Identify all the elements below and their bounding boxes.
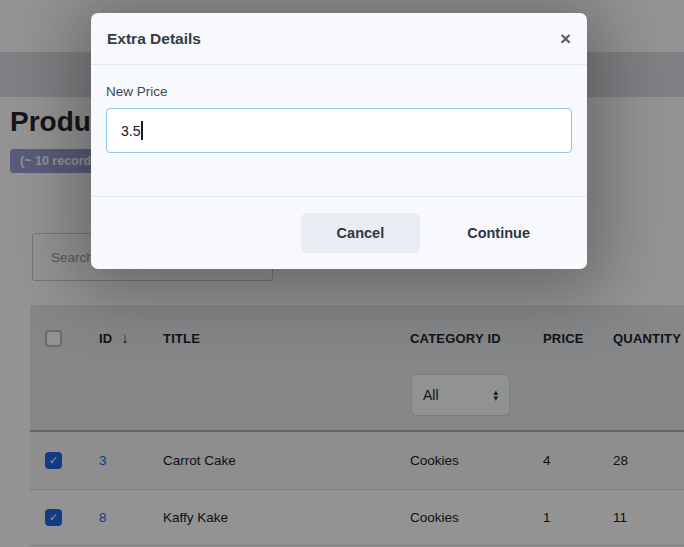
app-window: Products (~ 10 records) ID ↓ TITLE CATEG… <box>0 0 684 547</box>
cancel-button[interactable]: Cancel <box>301 213 421 253</box>
text-caret <box>141 121 143 140</box>
modal-body: New Price 3.5 <box>91 65 587 153</box>
new-price-input[interactable]: 3.5 <box>106 108 572 153</box>
continue-button[interactable]: Continue <box>467 225 530 241</box>
new-price-label: New Price <box>106 84 572 99</box>
modal-header: Extra Details × <box>91 13 587 65</box>
extra-details-modal: Extra Details × New Price 3.5 Cancel Con… <box>91 13 587 269</box>
new-price-value: 3.5 <box>121 123 140 139</box>
close-icon[interactable]: × <box>560 29 571 48</box>
modal-title: Extra Details <box>107 30 201 48</box>
modal-footer: Cancel Continue <box>91 196 587 269</box>
